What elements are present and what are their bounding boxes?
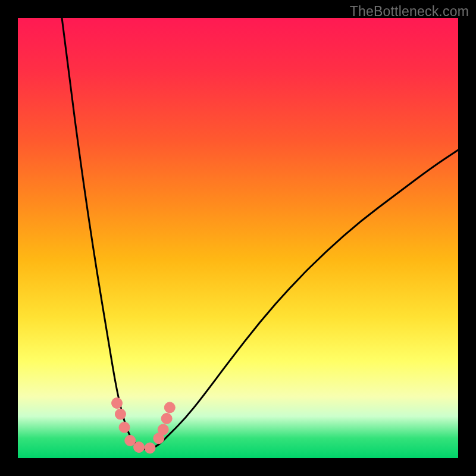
data-marker xyxy=(115,409,126,419)
chart-svg xyxy=(18,18,458,458)
data-marker xyxy=(134,442,145,453)
plot-area xyxy=(18,18,458,458)
watermark-text: TheBottleneck.com xyxy=(350,4,469,20)
data-marker xyxy=(119,422,130,433)
data-marker xyxy=(125,435,136,446)
data-marker xyxy=(112,398,123,409)
data-marker xyxy=(145,443,155,453)
marker-group xyxy=(112,398,176,453)
chart-frame: TheBottleneck.com xyxy=(0,0,476,476)
data-marker xyxy=(158,424,168,435)
data-marker xyxy=(164,402,175,413)
data-marker xyxy=(161,413,172,424)
bottleneck-curve xyxy=(62,18,458,449)
